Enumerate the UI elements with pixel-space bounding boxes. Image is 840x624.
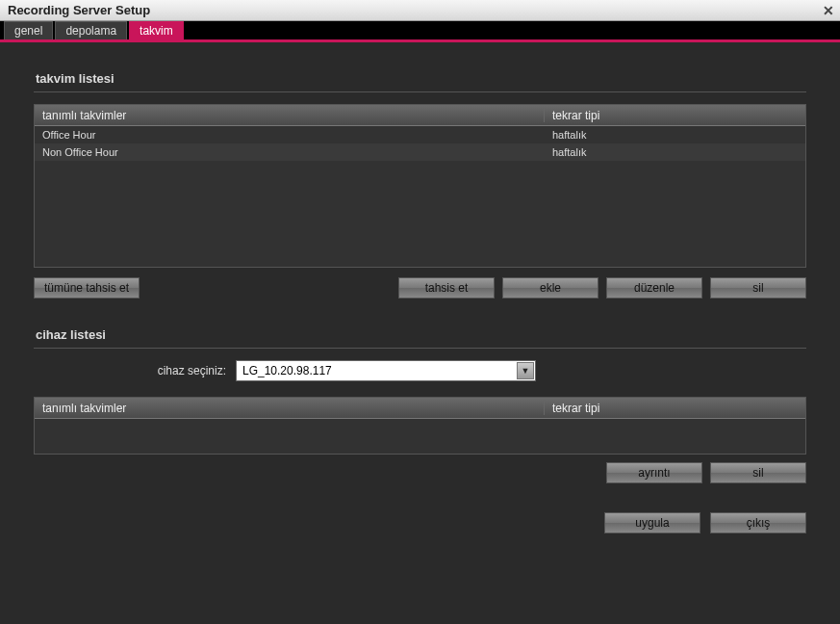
calendar-table-body: Office Hour haftalık Non Office Hour haf… (35, 126, 805, 161)
divider (34, 91, 806, 92)
footer-buttons: uygula çıkış (34, 512, 806, 533)
col-header-name[interactable]: tanımlı takvimler (35, 109, 545, 122)
calendar-buttons: tümüne tahsis et tahsis et ekle düzenle … (34, 277, 806, 299)
calendar-table-header: tanımlı takvimler tekrar tipi (35, 105, 805, 126)
apply-button[interactable]: uygula (604, 512, 700, 533)
cell-name: Non Office Hour (35, 146, 545, 158)
edit-button[interactable]: düzenle (606, 277, 702, 299)
device-table: tanımlı takvimler tekrar tipi (34, 397, 806, 455)
allocate-button[interactable]: tahsis et (398, 277, 495, 299)
col-header-type[interactable]: tekrar tipi (545, 109, 805, 122)
device-buttons: ayrıntı sil (34, 462, 806, 483)
allocate-all-button[interactable]: tümüne tahsis et (34, 277, 140, 299)
device-select-wrap: ▼ (236, 360, 536, 381)
window-title: Recording Server Setup (8, 3, 150, 17)
calendar-section-title: takvim listesi (34, 71, 806, 86)
device-section-title: cihaz listesi (34, 327, 806, 342)
tab-takvim[interactable]: takvim (129, 21, 184, 39)
close-icon[interactable]: ✕ (823, 3, 834, 18)
detail-button[interactable]: ayrıntı (606, 462, 702, 483)
device-section: cihaz listesi cihaz seçiniz: ▼ tanımlı t… (34, 327, 806, 483)
col-header-name[interactable]: tanımlı takvimler (35, 402, 545, 415)
tab-genel[interactable]: genel (4, 21, 53, 39)
device-table-header: tanımlı takvimler tekrar tipi (35, 398, 805, 419)
tabbar: genel depolama takvim (0, 21, 840, 42)
cell-type: haftalık (545, 129, 805, 141)
table-row[interactable]: Office Hour haftalık (35, 126, 805, 143)
delete-device-button[interactable]: sil (710, 462, 806, 483)
cell-name: Office Hour (35, 129, 545, 141)
titlebar: Recording Server Setup ✕ (0, 0, 840, 21)
calendar-section: takvim listesi tanımlı takvimler tekrar … (34, 71, 806, 299)
exit-button[interactable]: çıkış (710, 512, 806, 533)
device-select-row: cihaz seçiniz: ▼ (34, 360, 806, 381)
tab-depolama[interactable]: depolama (55, 21, 127, 39)
calendar-table: tanımlı takvimler tekrar tipi Office Hou… (34, 104, 806, 268)
add-button[interactable]: ekle (502, 277, 598, 299)
divider (34, 348, 806, 349)
delete-button[interactable]: sil (710, 277, 806, 299)
device-select[interactable] (236, 360, 536, 381)
cell-type: haftalık (545, 146, 805, 158)
col-header-type[interactable]: tekrar tipi (545, 402, 805, 415)
device-select-label: cihaz seçiniz: (34, 364, 236, 377)
content-area: takvim listesi tanımlı takvimler tekrar … (0, 42, 840, 553)
table-row[interactable]: Non Office Hour haftalık (35, 143, 805, 161)
